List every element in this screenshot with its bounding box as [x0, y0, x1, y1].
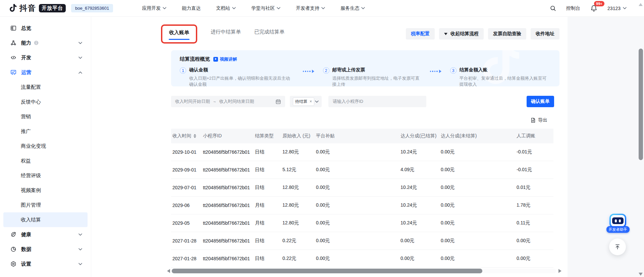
play-icon [213, 57, 218, 62]
status-filter-select[interactable]: 待结算 × [290, 96, 322, 107]
info-icon [34, 41, 39, 45]
robot-icon [609, 214, 626, 228]
tax-config-button[interactable]: 税率配置 [406, 28, 435, 40]
sidebar-subitem-反馈中心[interactable]: 反馈中心 [3, 94, 88, 109]
sidebar-subitem-营销[interactable]: 营销 [3, 109, 88, 124]
column-header: 平台补贴 [316, 133, 400, 139]
health-icon [10, 231, 17, 238]
miniapp-id-input[interactable]: 请输入小程序ID [328, 96, 426, 107]
sidebar-subitem-商业化变现[interactable]: 商业化变现 [3, 139, 88, 153]
sidebar-subitem-流量配置[interactable]: 流量配置 [3, 80, 88, 94]
table-row: 2029-07-01tt204856f5bf76672b01日结12.80元0.… [171, 179, 553, 197]
scroll-left-arrow[interactable] [167, 269, 170, 273]
chevron-down-icon [78, 233, 82, 236]
table-cell: 12.80元 [282, 202, 316, 208]
user-menu[interactable]: 23123 [607, 6, 627, 11]
sort-icon[interactable] [194, 134, 196, 138]
back-to-top-button[interactable] [609, 238, 626, 255]
mail-address-button[interactable]: 收件地址 [531, 28, 559, 40]
table-row: 2027-01-28tt204856f5bf76672b01日结0.22元0.0… [171, 250, 553, 268]
code-icon [10, 54, 17, 61]
table-cell: 0.00元 [316, 149, 400, 155]
table-row: 2029-06tt204856f5bf76672b01月结12.80元0.00元… [171, 197, 553, 214]
table-cell: 5.12元 [282, 167, 316, 173]
horizontal-scroll-thumb[interactable] [172, 269, 482, 273]
table-cell: 0.22元 [282, 256, 316, 262]
search-icon[interactable] [550, 5, 556, 11]
process-step: 3结算金额入账平台初审、复审通过后，结算金额将入账至可提现收入 [450, 67, 551, 86]
column-header: 达人分成(未结算) [441, 133, 517, 139]
sidebar-item-开发[interactable]: 开发 [0, 50, 91, 65]
table-cell: 月结 [255, 202, 282, 208]
remove-tag-icon[interactable]: × [310, 99, 312, 103]
top-menu-item[interactable]: 能力直达 [182, 5, 201, 11]
sidebar-item-设置[interactable]: 设置 [0, 257, 91, 271]
export-button[interactable]: 导出 [171, 117, 559, 123]
sidebar-subitem-经营评级[interactable]: 经营评级 [3, 168, 88, 183]
sidebar-subitem-推广[interactable]: 推广 [3, 124, 88, 139]
table-row: 2029-09-01tt204856f5bf76672b01日结5.12元0.0… [171, 161, 553, 179]
sidebar-item-总览[interactable]: 总览 [0, 21, 91, 36]
page-body: 总览能力开发运营流量配置反馈中心营销推广商业化变现权益经营评级视频案例图片管理收… [0, 17, 644, 277]
video-tutorial-link[interactable]: 视频讲解 [213, 56, 237, 62]
sidebar-subitem-视频案例[interactable]: 视频案例 [3, 183, 88, 198]
developer-assistant-widget[interactable]: 开发者助手 [609, 214, 627, 233]
vertical-scroll-thumb[interactable] [639, 49, 643, 160]
environment-badge: boe_6792853601 [71, 4, 113, 12]
sidebar-subitem-收入结算[interactable]: 收入结算 [3, 212, 88, 227]
tab-in-progress-settlements[interactable]: 进行中结算单 [211, 29, 241, 35]
vertical-scroll-down-arrow[interactable] [639, 273, 643, 276]
chevron-down-icon [623, 7, 627, 9]
table-cell: tt204856f5bf76672b01 [203, 238, 255, 244]
chevron-down-icon [361, 7, 365, 9]
table-cell: 2029-06 [171, 203, 203, 208]
sidebar-subitem-权益[interactable]: 权益 [3, 153, 88, 168]
chevron-down-icon [277, 7, 280, 9]
table-cell: 10.24元 [400, 185, 441, 191]
sidebar-subitem-图片管理[interactable]: 图片管理 [3, 198, 88, 212]
table-cell: 0.00元 [441, 220, 517, 226]
sidebar-item-健康[interactable]: 健康 [0, 227, 91, 242]
sidebar-item-运营[interactable]: 运营 [0, 65, 91, 80]
date-range-input[interactable]: 收入时间开始日期 ~ 收入时间结束日期 [171, 96, 285, 107]
chevron-down-icon [232, 7, 236, 9]
table-cell: -0.01元 [517, 167, 553, 173]
sidebar-item-能力[interactable]: 能力 [0, 36, 91, 50]
notification-bell[interactable]: 99+ [590, 4, 597, 12]
top-menu-item[interactable]: 应用开发 [142, 5, 166, 11]
sidebar-item-数据[interactable]: 数据 [0, 242, 91, 257]
top-menu-item[interactable]: 文档站 [216, 5, 236, 11]
console-link[interactable]: 控制台 [566, 5, 580, 11]
data-icon [10, 246, 17, 253]
vertical-scroll-up-arrow[interactable] [639, 3, 643, 6]
confirm-bill-button[interactable]: 确认账单 [527, 96, 554, 107]
table-cell: tt204856f5bf76672b01 [203, 167, 255, 172]
invoice-check-button[interactable]: 发票自助查验 [488, 28, 526, 40]
top-menu-item[interactable]: 服务生态 [340, 5, 365, 11]
settlement-process-overview: 结算流程概览 视频讲解 1确认金额收入日期+2日产出账单，确认明细和金额无误后主… [171, 50, 559, 86]
table-cell: 2029-10-01 [171, 149, 203, 155]
table-cell: 0.00元 [316, 220, 400, 226]
tab-completed-settlements[interactable]: 已完成结算单 [254, 29, 284, 35]
dotted-arrow-icon [430, 70, 441, 73]
table-cell: 日结 [255, 238, 282, 244]
table-body: 2029-10-01tt204856f5bf76672b01日结12.80元0.… [171, 143, 553, 268]
top-menu-item[interactable]: 学堂与社区 [251, 5, 280, 11]
tabs-row: 收入账单 进行中结算单 已完成结算单 税率配置 收起结算流程 [171, 23, 559, 44]
collapse-flow-button[interactable]: 收起结算流程 [439, 28, 484, 40]
chevron-down-icon [78, 57, 82, 59]
step-title: 结算金额入账 [460, 67, 551, 73]
step-number: 2 [323, 67, 329, 74]
active-tab-underline [169, 39, 190, 40]
top-menu-item[interactable]: 开发者支持 [296, 5, 325, 11]
scroll-right-arrow[interactable] [558, 269, 561, 273]
dotted-arrow-icon [303, 70, 314, 73]
table-cell: 0.00元 [441, 238, 517, 244]
table-row: 2029-10-01tt204856f5bf76672b01日结12.80元0.… [171, 143, 553, 161]
table-cell: 0.00元 [400, 256, 441, 262]
topbar-right: 控制台 99+ 23123 [550, 4, 644, 12]
tab-income-bills[interactable]: 收入账单 [169, 29, 190, 40]
step-description: 选择纸质发票邮寄到指定地址，电子发票可直接上传 [332, 75, 420, 86]
douyin-logo[interactable]: 抖音 开放平台 [9, 3, 66, 13]
date-end-placeholder: 收入时间结束日期 [219, 98, 254, 105]
